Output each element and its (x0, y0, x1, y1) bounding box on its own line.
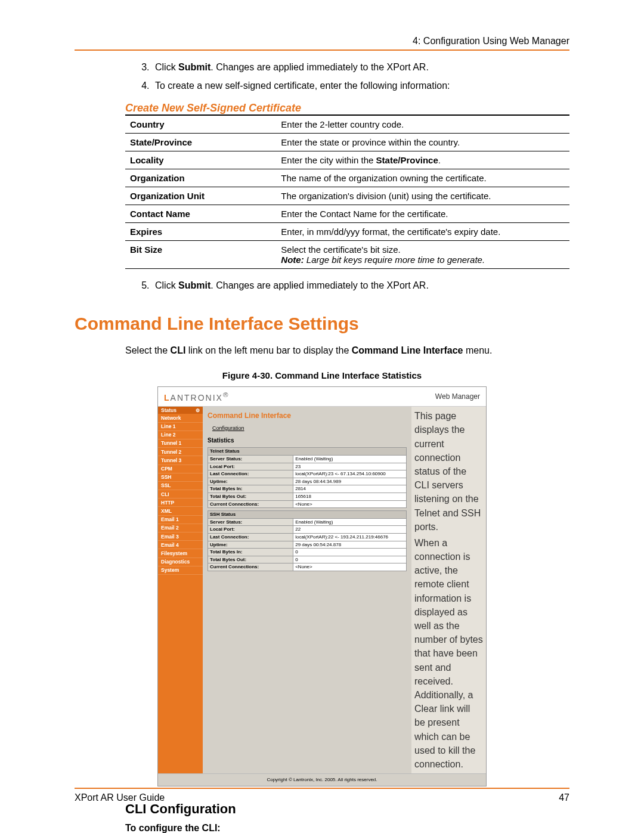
sidebar-item-filesystem[interactable]: Filesystem (158, 549, 203, 558)
configuration-link[interactable]: Configuration (212, 425, 407, 432)
table-row: LocalityEnter the city within the State/… (125, 151, 569, 169)
step-3: Click Submit. Changes are applied immedi… (152, 60, 569, 74)
lantronix-logo: LANTRONIX® (164, 391, 230, 402)
step-5: Click Submit. Changes are applied immedi… (152, 278, 569, 292)
copyright-footer: Copyright © Lantronix, Inc. 2005. All ri… (158, 773, 486, 786)
sidebar-item-email2[interactable]: Email 2 (158, 524, 203, 532)
sidebar-item-xml[interactable]: XML (158, 507, 203, 515)
table-row: OrganizationThe name of the organization… (125, 169, 569, 187)
sidebar-item-cli[interactable]: CLI (158, 490, 203, 498)
section-heading: Command Line Interface Settings (75, 314, 569, 334)
sidebar-item-tunnel2[interactable]: Tunnel 2 (158, 448, 203, 456)
chapter-header: 4: Configuration Using Web Manager (75, 36, 569, 51)
table-row: ExpiresEnter, in mm/dd/yyy format, the c… (125, 223, 569, 241)
sidebar-nav: Status⚙ Network Line 1 Line 2 Tunnel 1 T… (158, 407, 203, 773)
header-label: Web Manager (435, 392, 480, 401)
sidebar-item-network[interactable]: Network (158, 414, 203, 422)
page-number: 47 (559, 792, 569, 803)
sidebar-item-http[interactable]: HTTP (158, 498, 203, 507)
figure-caption: Figure 4-30. Command Line Interface Stat… (75, 370, 569, 380)
sidebar-item-email3[interactable]: Email 3 (158, 532, 203, 541)
sidebar-item-tunnel3[interactable]: Tunnel 3 (158, 456, 203, 465)
step-4: To create a new self-signed certificate,… (152, 79, 569, 92)
table-row: State/ProvinceEnter the state or provinc… (125, 134, 569, 151)
sidebar-item-line2[interactable]: Line 2 (158, 431, 203, 439)
sidebar-item-cpm[interactable]: CPM (158, 465, 203, 473)
sidebar-item-ssl[interactable]: SSL (158, 482, 203, 490)
sidebar-item-status[interactable]: Status (161, 407, 177, 413)
footer-doc-title: XPort AR User Guide (75, 792, 165, 803)
table-row: Organization UnitThe organization's divi… (125, 187, 569, 205)
telnet-stats-table: Telnet Status Server Status:Enabled (Wai… (208, 447, 407, 508)
chapter-title: 4: Configuration Using Web Manager (413, 36, 569, 47)
sidebar-item-system[interactable]: System (158, 566, 203, 575)
cert-table: CountryEnter the 2-letter country code. … (125, 114, 569, 269)
subsection-heading: CLI Configuration (125, 801, 569, 817)
sidebar-item-ssh[interactable]: SSH (158, 473, 203, 482)
table-row: Contact NameEnter the Contact Name for t… (125, 205, 569, 223)
cli-stats-screenshot: LANTRONIX® Web Manager Status⚙ Network L… (157, 386, 487, 786)
ssh-stats-table: SSH Status Server Status:Enabled (Waitin… (208, 510, 407, 571)
cert-heading: Create New Self-Signed Certificate (125, 102, 569, 114)
sidebar-item-line1[interactable]: Line 1 (158, 423, 203, 431)
main-panel: Command Line Interface Configuration Sta… (203, 407, 411, 773)
stats-label: Statistics (208, 437, 407, 444)
steps-list-after: Click Submit. Changes are applied immedi… (125, 278, 569, 292)
steps-list-top: Click Submit. Changes are applied immedi… (125, 60, 569, 92)
sidebar-item-email4[interactable]: Email 4 (158, 541, 203, 549)
intro-paragraph: Select the CLI link on the left menu bar… (125, 343, 569, 357)
sidebar-item-diagnostics[interactable]: Diagnostics (158, 558, 203, 566)
page-footer: XPort AR User Guide 47 (75, 788, 569, 803)
panel-title: Command Line Interface (208, 411, 407, 420)
subsection-subheading: To configure the CLI: (125, 823, 569, 833)
table-row: CountryEnter the 2-letter country code. (125, 115, 569, 134)
help-panel: This page displays the current connectio… (411, 407, 486, 773)
table-row: Bit SizeSelect the certificate's bit siz… (125, 241, 569, 269)
sidebar-item-email1[interactable]: Email 1 (158, 516, 203, 524)
sidebar-item-tunnel1[interactable]: Tunnel 1 (158, 439, 203, 448)
gear-icon[interactable]: ⚙ (196, 408, 200, 414)
